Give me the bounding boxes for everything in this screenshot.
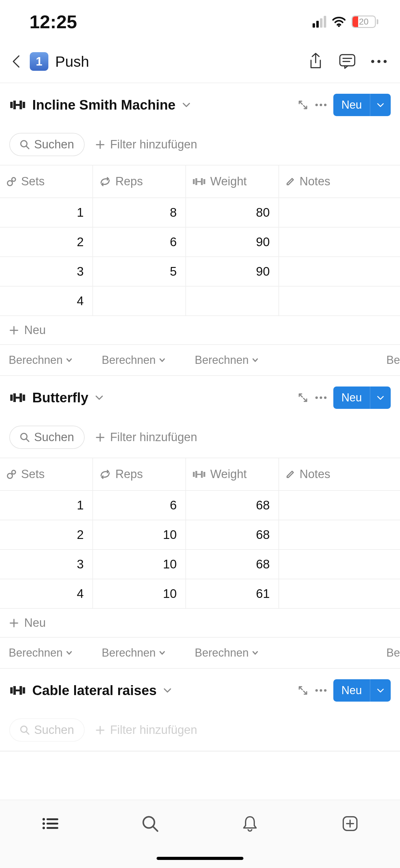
cell-weight[interactable] <box>186 286 279 315</box>
cell-notes[interactable] <box>279 491 400 520</box>
status-bar: 12:25 20 <box>0 0 400 40</box>
new-entry-button[interactable]: Neu <box>333 386 391 409</box>
cell-notes[interactable] <box>279 579 400 608</box>
calc-cell[interactable]: Berechnen <box>0 644 93 662</box>
svg-rect-44 <box>201 471 203 478</box>
new-entry-dropdown[interactable] <box>370 94 391 116</box>
expand-button[interactable] <box>297 685 308 696</box>
column-header-sets[interactable]: Sets <box>0 165 93 197</box>
svg-rect-31 <box>23 395 25 401</box>
block-more-button[interactable] <box>315 396 327 400</box>
search-button[interactable]: Suchen <box>9 426 85 449</box>
table-row[interactable]: 1880 <box>0 198 400 227</box>
cell-sets[interactable]: 4 <box>0 286 93 315</box>
cell-reps[interactable]: 8 <box>93 198 186 227</box>
add-filter-button[interactable]: Filter hinzufügen <box>95 431 197 444</box>
svg-rect-51 <box>20 686 22 695</box>
cell-weight[interactable]: 90 <box>186 257 279 286</box>
cell-reps[interactable]: 10 <box>93 550 186 579</box>
table-row[interactable]: 3590 <box>0 257 400 286</box>
calc-cell[interactable]: Berechnen <box>186 351 279 369</box>
calc-cell[interactable]: Be <box>279 351 400 369</box>
chevron-down-icon[interactable] <box>182 102 191 108</box>
chevron-down-icon[interactable] <box>163 687 172 693</box>
cell-weight[interactable]: 68 <box>186 550 279 579</box>
cell-notes[interactable] <box>279 257 400 286</box>
cell-sets[interactable]: 1 <box>0 491 93 520</box>
tab-search[interactable] <box>141 814 159 833</box>
cell-notes[interactable] <box>279 520 400 549</box>
expand-button[interactable] <box>297 99 308 111</box>
add-row-button[interactable]: Neu <box>0 316 400 345</box>
svg-rect-22 <box>195 178 197 185</box>
cell-weight[interactable]: 68 <box>186 520 279 549</box>
new-entry-dropdown[interactable] <box>370 679 391 702</box>
search-button[interactable]: Suchen <box>9 718 85 742</box>
column-header-reps[interactable]: Reps <box>93 165 186 197</box>
page-title: Push <box>55 53 300 70</box>
cell-reps[interactable]: 6 <box>93 491 186 520</box>
cell-notes[interactable] <box>279 227 400 256</box>
table-row[interactable]: 2690 <box>0 227 400 257</box>
table-row[interactable]: 1668 <box>0 491 400 520</box>
new-entry-dropdown[interactable] <box>370 386 391 409</box>
table-row[interactable]: 31068 <box>0 550 400 579</box>
new-entry-button[interactable]: Neu <box>333 94 391 116</box>
share-button[interactable] <box>307 53 324 70</box>
column-header-sets[interactable]: Sets <box>0 458 93 490</box>
more-menu-button[interactable] <box>370 53 388 70</box>
cell-sets[interactable]: 4 <box>0 579 93 608</box>
cell-reps[interactable] <box>93 286 186 315</box>
add-row-button[interactable]: Neu <box>0 609 400 638</box>
svg-point-5 <box>377 60 380 63</box>
search-button[interactable]: Suchen <box>9 133 85 156</box>
tab-notifications[interactable] <box>241 814 259 833</box>
add-filter-button[interactable]: Filter hinzufügen <box>95 138 197 151</box>
comments-button[interactable] <box>339 53 356 70</box>
column-header-weight[interactable]: Weight <box>186 458 279 490</box>
cell-sets[interactable]: 3 <box>0 550 93 579</box>
calc-cell[interactable]: Berechnen <box>0 351 93 369</box>
back-button[interactable] <box>9 55 23 68</box>
table-row[interactable]: 4 <box>0 286 400 316</box>
cellular-signal-icon <box>312 16 326 28</box>
calc-cell[interactable]: Berechnen <box>93 644 186 662</box>
column-header-notes[interactable]: Notes <box>279 458 400 490</box>
cell-sets[interactable]: 1 <box>0 198 93 227</box>
column-header-reps[interactable]: Reps <box>93 458 186 490</box>
cell-sets[interactable]: 2 <box>0 520 93 549</box>
cell-weight[interactable]: 90 <box>186 227 279 256</box>
cell-weight[interactable]: 80 <box>186 198 279 227</box>
cell-sets[interactable]: 3 <box>0 257 93 286</box>
tab-add[interactable] <box>341 814 359 833</box>
calc-cell[interactable]: Be <box>279 644 400 662</box>
exercise-title[interactable]: Cable lateral raises <box>32 683 157 698</box>
exercise-title[interactable]: Incline Smith Machine <box>32 97 175 113</box>
cell-reps[interactable]: 6 <box>93 227 186 256</box>
cell-weight[interactable]: 61 <box>186 579 279 608</box>
exercise-title[interactable]: Butterfly <box>32 390 88 405</box>
chevron-down-icon[interactable] <box>95 395 104 401</box>
cell-notes[interactable] <box>279 198 400 227</box>
add-filter-button[interactable]: Filter hinzufügen <box>95 723 197 737</box>
cell-reps[interactable]: 10 <box>93 579 186 608</box>
block-more-button[interactable] <box>315 688 327 692</box>
home-indicator[interactable] <box>157 857 243 860</box>
column-header-weight[interactable]: Weight <box>186 165 279 197</box>
new-entry-button[interactable]: Neu <box>333 679 391 702</box>
expand-button[interactable] <box>297 392 308 403</box>
calc-cell[interactable]: Berechnen <box>93 351 186 369</box>
cell-sets[interactable]: 2 <box>0 227 93 256</box>
column-header-notes[interactable]: Notes <box>279 165 400 197</box>
table-row[interactable]: 21068 <box>0 520 400 550</box>
cell-notes[interactable] <box>279 550 400 579</box>
block-more-button[interactable] <box>315 103 327 107</box>
pencil-icon <box>285 469 295 479</box>
cell-reps[interactable]: 5 <box>93 257 186 286</box>
cell-notes[interactable] <box>279 286 400 315</box>
table-row[interactable]: 41061 <box>0 579 400 609</box>
tab-list[interactable] <box>41 814 59 833</box>
cell-weight[interactable]: 68 <box>186 491 279 520</box>
calc-cell[interactable]: Berechnen <box>186 644 279 662</box>
cell-reps[interactable]: 10 <box>93 520 186 549</box>
